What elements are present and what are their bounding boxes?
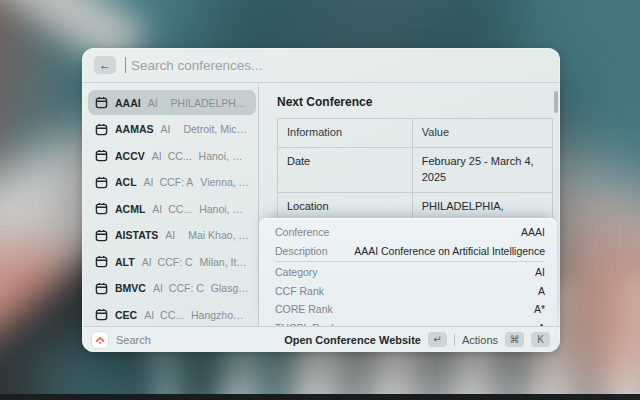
scrollbar-thumb[interactable] <box>554 91 558 113</box>
conference-category: AI <box>165 229 175 241</box>
conference-category: AI <box>161 123 171 135</box>
actions-menu-button[interactable]: Actions <box>462 334 498 346</box>
conference-rank: CCF: A <box>160 176 194 188</box>
back-button[interactable]: ← <box>94 56 116 74</box>
wallpaper-shape <box>560 230 640 380</box>
app-label: Search <box>116 334 151 346</box>
conference-location: Hanoi, Vietnam <box>199 150 249 162</box>
conference-rank: CC... <box>160 309 184 321</box>
table-cell-label: Location <box>278 192 413 218</box>
table-row: Date February 25 - March 4, 2025 <box>278 147 553 192</box>
meta-label: CORE Rank <box>275 303 333 315</box>
conference-rank: CCF: C <box>158 256 193 268</box>
meta-row-core-rank: CORE Rank A* <box>275 300 545 319</box>
conference-location: Vienna, Austria <box>200 176 249 188</box>
meta-row-thcpl-rank: THCPL Rank A <box>275 319 545 327</box>
calendar-icon <box>95 202 108 215</box>
calendar-icon <box>95 149 108 162</box>
calendar-icon <box>95 282 108 295</box>
conference-location: PHILADELPHIA, PE... <box>171 97 249 109</box>
conference-location: Detroit, Michigan... <box>183 123 249 135</box>
detail-heading: Next Conference <box>277 95 553 109</box>
enter-key-icon: ↵ <box>428 332 447 347</box>
conference-location: Milan, Italy <box>200 256 249 268</box>
meta-value: A <box>538 322 545 326</box>
calendar-icon <box>95 229 108 242</box>
conference-category: AI <box>144 176 154 188</box>
conference-name: AAAI <box>115 97 141 109</box>
conference-rank: CC... <box>168 203 192 215</box>
table-cell-value: February 25 - March 4, 2025 <box>412 147 552 192</box>
search-input[interactable]: Search conferences... <box>131 58 262 73</box>
back-icon: ← <box>99 58 111 72</box>
calendar-icon <box>95 96 108 109</box>
calendar-icon <box>95 255 108 268</box>
meta-value: A* <box>534 303 545 315</box>
conference-name: AISTATS <box>115 229 158 241</box>
meta-value: AAAI <box>521 226 545 238</box>
meta-label: THCPL Rank <box>275 322 336 326</box>
conference-rank: CCF: C <box>169 282 204 294</box>
metadata-panel: Conference AAAI Description AAAI Confere… <box>259 218 557 326</box>
primary-action-button[interactable]: Open Conference Website <box>284 334 421 346</box>
table-header-value: Value <box>412 119 552 148</box>
conference-name: CEC <box>115 309 137 321</box>
calendar-icon <box>95 308 108 321</box>
calendar-icon <box>95 123 108 136</box>
next-conference-table: Information Value Date February 25 - Mar… <box>277 118 553 218</box>
list-item-acml[interactable]: ACML AI CC... Hanoi, Vietnam <box>88 196 256 221</box>
meta-label: Category <box>275 266 318 278</box>
meta-divider <box>275 261 545 262</box>
meta-label: Description <box>275 245 328 257</box>
conference-category: AI <box>152 150 162 162</box>
conference-name: ALT <box>115 256 135 268</box>
conference-name: AAMAS <box>115 123 154 135</box>
launcher-window: ← Search conferences... AAAI AI PHILADEL… <box>82 48 560 352</box>
meta-value: A <box>538 285 545 297</box>
conference-category: AI <box>148 97 158 109</box>
meta-value: AI <box>535 266 545 278</box>
footer-divider <box>454 334 455 346</box>
table-header-information: Information <box>278 119 413 148</box>
command-key-icon: ⌘ <box>505 332 524 347</box>
calendar-icon <box>95 176 108 189</box>
list-item-aistats[interactable]: AISTATS AI Mai Khao, Thail... <box>88 223 256 248</box>
wallpaper-shape <box>0 394 640 400</box>
list-item-accv[interactable]: ACCV AI CC... Hanoi, Vietnam <box>88 143 256 168</box>
conference-category: AI <box>142 256 152 268</box>
list-item-acl[interactable]: ACL AI CCF: A Vienna, Austria <box>88 170 256 195</box>
content-area: AAAI AI PHILADELPHIA, PE... AAMAS AI Det… <box>82 83 560 326</box>
detail-pane: Next Conference Information Value Date F… <box>259 83 560 326</box>
raycast-logo-icon <box>92 332 108 348</box>
conference-location: Glasgow, UK <box>211 282 249 294</box>
meta-row-ccf-rank: CCF Rank A <box>275 282 545 301</box>
meta-label: CCF Rank <box>275 285 324 297</box>
conference-category: AI <box>152 203 162 215</box>
meta-row-description: Description AAAI Conference on Artificia… <box>275 242 545 261</box>
action-bar: Search Open Conference Website ↵ Actions… <box>82 326 560 352</box>
meta-row-category: Category AI <box>275 263 545 282</box>
conference-category: AI <box>153 282 163 294</box>
table-cell-label: Date <box>278 147 413 192</box>
table-row: Location PHILADELPHIA, PENNSYLVANIA, USA <box>278 192 553 218</box>
conference-location: Hanoi, Vietnam <box>199 203 249 215</box>
conference-location: Mai Khao, Thail... <box>188 229 249 241</box>
conference-list: AAAI AI PHILADELPHIA, PE... AAMAS AI Det… <box>82 83 259 326</box>
conference-name: ACCV <box>115 150 145 162</box>
list-item-bmvc[interactable]: BMVC AI CCF: C Glasgow, UK <box>88 276 256 301</box>
text-caret <box>125 57 126 73</box>
conference-name: ACL <box>115 176 137 188</box>
meta-row-conference: Conference AAAI <box>275 223 545 242</box>
markdown-view: Next Conference Information Value Date F… <box>259 83 560 218</box>
meta-label: Conference <box>275 226 329 238</box>
list-item-cec[interactable]: CEC AI CC... Hangzhou, China <box>88 302 256 327</box>
k-key-icon: K <box>531 332 550 347</box>
conference-category: AI <box>144 309 154 321</box>
list-item-alt[interactable]: ALT AI CCF: C Milan, Italy <box>88 249 256 274</box>
search-bar: ← Search conferences... <box>82 48 560 83</box>
list-item-aaai[interactable]: AAAI AI PHILADELPHIA, PE... <box>88 90 256 115</box>
conference-location: Hangzhou, China <box>191 309 249 321</box>
conference-name: ACML <box>115 203 145 215</box>
table-cell-value: PHILADELPHIA, PENNSYLVANIA, USA <box>412 192 552 218</box>
list-item-aamas[interactable]: AAMAS AI Detroit, Michigan... <box>88 117 256 142</box>
